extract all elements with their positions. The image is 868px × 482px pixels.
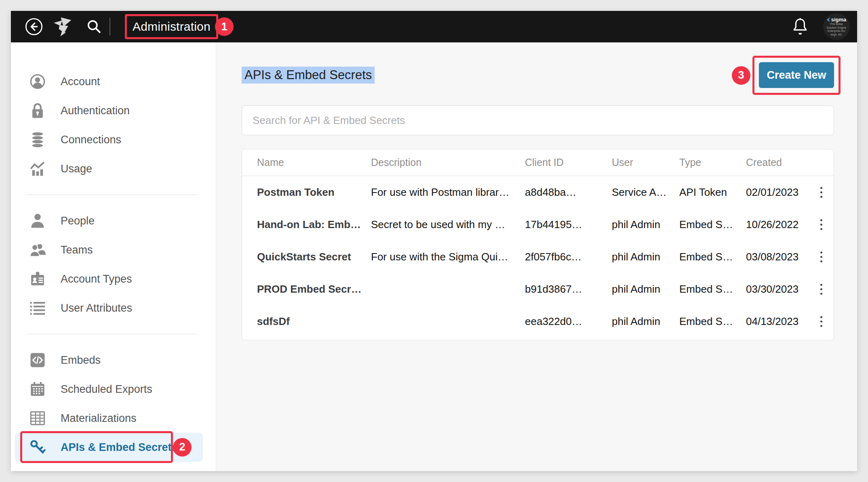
- key-icon: [29, 438, 46, 457]
- person-icon: [29, 212, 46, 230]
- cell-created: 03/30/2023: [746, 283, 809, 295]
- cell-client-id: a8d48ba…: [525, 186, 612, 199]
- sidebar-item-user-attributes[interactable]: User Attributes: [11, 293, 216, 323]
- table-icon: [29, 409, 46, 428]
- sidebar-item-label: Account Types: [61, 273, 132, 285]
- secrets-search-input[interactable]: [242, 105, 834, 135]
- avatar-line: Solution Engine: [826, 26, 846, 30]
- cell-user: phil Admin: [612, 315, 679, 328]
- cell-client-id: eea322d0…: [525, 315, 612, 328]
- sidebar-item-label: Connections: [61, 134, 121, 146]
- sidebar-divider: [27, 334, 196, 334]
- table-row: sdfsDf eea322d0… phil Admin Embed S… 04/…: [242, 305, 834, 337]
- sidebar-item-people[interactable]: People: [11, 206, 216, 235]
- notifications-button[interactable]: [791, 17, 809, 36]
- avatar-line: Phil Bellai: [830, 23, 843, 26]
- row-menu-button[interactable]: [817, 216, 826, 233]
- row-menu-button[interactable]: [817, 313, 826, 330]
- sidebar-item-embeds[interactable]: Embeds: [11, 346, 216, 375]
- administration-annotation-box: Administration 1: [125, 14, 218, 39]
- cell-created: 10/26/2022: [746, 218, 809, 231]
- row-menu-button[interactable]: [817, 248, 826, 266]
- sidebar-item-apis-embed-secrets[interactable]: APIs & Embed Secrets 2: [15, 433, 203, 462]
- sigma-bird-logo-icon: [53, 17, 76, 37]
- sidebar-item-account-types[interactable]: Account Types: [11, 264, 216, 293]
- lock-icon: [29, 101, 46, 120]
- cell-user: phil Admin: [612, 251, 679, 263]
- admin-sidebar: Account Authentication Connections Usage: [11, 42, 216, 471]
- create-new-button[interactable]: Create New: [759, 62, 834, 88]
- cell-type: Embed S…: [679, 283, 746, 295]
- sidebar-item-account[interactable]: Account: [11, 67, 216, 96]
- cell-description: For use with the Sigma Qui…: [371, 251, 525, 263]
- cell-description: Secret to be used with my …: [371, 218, 525, 231]
- sidebar-item-scheduled-exports[interactable]: Scheduled Exports: [11, 375, 216, 404]
- cell-description: For use with Postman librar…: [371, 186, 525, 199]
- account-icon: [29, 72, 46, 91]
- column-header-type: Type: [679, 157, 746, 168]
- cell-type: API Token: [679, 186, 746, 199]
- sidebar-item-connections[interactable]: Connections: [11, 125, 216, 154]
- sidebar-item-label: Scheduled Exports: [61, 383, 152, 396]
- user-avatar[interactable]: sigma Phil Bellai Solution Engine Enterp…: [823, 13, 850, 40]
- cell-client-id: b91d3867…: [525, 283, 612, 295]
- sidebar-item-label: Materializations: [61, 412, 137, 425]
- table-header-row: Name Description Client ID User Type Cre…: [242, 149, 834, 176]
- database-icon: [29, 130, 46, 149]
- sidebar-item-authentication[interactable]: Authentication: [11, 96, 216, 125]
- sidebar-item-label: User Attributes: [61, 302, 132, 314]
- app-window: Administration 1 sigma Phil Bellai Solut…: [11, 11, 857, 471]
- cell-name: Hand-on Lab: Emb…: [257, 218, 371, 231]
- table-row: Postman Token For use with Postman libra…: [242, 176, 834, 208]
- secrets-table: Name Description Client ID User Type Cre…: [242, 149, 834, 340]
- sigma-glyph-icon: [827, 17, 830, 22]
- back-button[interactable]: [25, 17, 43, 36]
- sigma-home-button[interactable]: [53, 17, 76, 37]
- topbar: Administration 1 sigma Phil Bellai Solut…: [11, 11, 857, 42]
- cell-name: QuickStarts Secret: [257, 251, 371, 263]
- sidebar-item-label: Embeds: [61, 354, 101, 367]
- sidebar-item-label: Teams: [61, 244, 93, 256]
- search-button[interactable]: [85, 18, 103, 36]
- sidebar-item-label: APIs & Embed Secrets: [61, 441, 178, 454]
- avatar-line: Enterprise Arc: [828, 29, 845, 33]
- bell-icon: [791, 17, 809, 36]
- calendar-icon: [29, 380, 46, 398]
- cell-type: Embed S…: [679, 218, 746, 231]
- cell-user: phil Admin: [612, 218, 679, 231]
- sidebar-item-label: Authentication: [61, 105, 130, 117]
- sidebar-item-materializations[interactable]: Materializations: [11, 404, 216, 433]
- cell-client-id: 17b44195…: [525, 218, 612, 231]
- sidebar-item-teams[interactable]: Teams: [11, 235, 216, 264]
- avatar-brand-text: sigma: [831, 17, 847, 23]
- topbar-right: sigma Phil Bellai Solution Engine Enterp…: [791, 13, 850, 40]
- search-icon: [85, 18, 103, 36]
- annotation-badge-3: 3: [732, 66, 750, 85]
- create-new-wrap: Create New 3: [759, 62, 834, 88]
- cell-name: sdfsDf: [257, 315, 371, 328]
- cell-user: phil Admin: [612, 283, 679, 295]
- row-menu-button[interactable]: [817, 281, 826, 298]
- teams-icon: [29, 241, 46, 259]
- table-row: Hand-on Lab: Emb… Secret to be used with…: [242, 208, 834, 241]
- table-row: QuickStarts Secret For use with the Sigm…: [242, 241, 834, 273]
- sidebar-item-label: Account: [61, 75, 100, 88]
- usage-chart-icon: [29, 159, 46, 178]
- column-header-created: Created: [746, 157, 809, 168]
- avatar-line: leigh, NC: [831, 33, 843, 37]
- id-badge-icon: [29, 270, 46, 288]
- cell-created: 04/13/2023: [746, 315, 809, 328]
- sidebar-divider: [27, 195, 196, 195]
- topbar-title: Administration: [133, 20, 211, 33]
- row-menu-button[interactable]: [817, 184, 826, 201]
- sidebar-item-label: People: [61, 215, 95, 227]
- annotation-badge-1: 1: [215, 17, 234, 36]
- cell-created: 03/08/2023: [746, 251, 809, 263]
- main-content: APIs & Embed Secrets Create New 3 Name D…: [216, 42, 857, 471]
- page-header: APIs & Embed Secrets Create New 3: [242, 62, 834, 88]
- back-arrow-icon: [25, 17, 43, 36]
- topbar-divider: [110, 18, 110, 36]
- cell-user: Service A…: [612, 186, 679, 199]
- table-row: PROD Embed Secr… b91d3867… phil Admin Em…: [242, 273, 834, 305]
- sidebar-item-usage[interactable]: Usage: [11, 154, 216, 183]
